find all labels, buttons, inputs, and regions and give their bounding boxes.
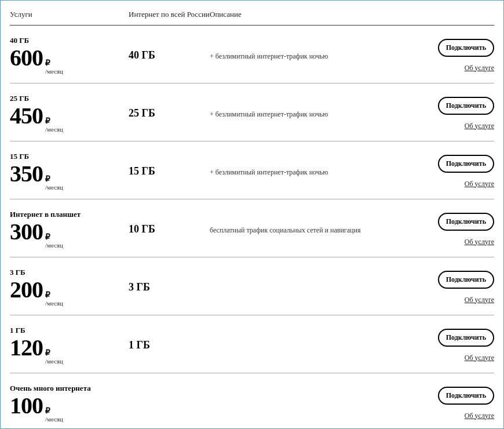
about-service-link[interactable]: Об услуге — [465, 412, 494, 420]
description-text: + безлимитный интернет-трафик ночью — [210, 110, 328, 118]
price-value: 120 — [10, 336, 43, 359]
table-row: 15 ГБ 350 ₽ /месяц 15 ГБ + безлимитный и… — [10, 141, 494, 199]
header-actions — [428, 10, 494, 19]
internet-amount: 15 ГБ — [129, 165, 155, 177]
actions-cell: Подключить Об услуге — [428, 213, 494, 246]
internet-amount: 40 ГБ — [129, 49, 155, 61]
ruble-icon: ₽ — [45, 291, 63, 299]
price-block: 350 ₽ /месяц — [10, 162, 129, 191]
description-cell: бесплатный трафик социальных сетей и нав… — [210, 224, 428, 235]
header-services: Услуги — [10, 10, 129, 19]
connect-button[interactable]: Подключить — [438, 39, 494, 57]
actions-cell: Подключить Об услуге — [428, 155, 494, 188]
about-service-link[interactable]: Об услуге — [465, 238, 494, 246]
connect-button[interactable]: Подключить — [438, 329, 494, 347]
ruble-icon: ₽ — [45, 233, 63, 241]
price-suffix: ₽ /месяц — [45, 291, 63, 307]
connect-button[interactable]: Подключить — [438, 155, 494, 173]
plan-name: 15 ГБ — [10, 152, 129, 161]
plan-cell: Интернет в планшет 300 ₽ /месяц — [10, 210, 129, 249]
ruble-icon: ₽ — [45, 407, 63, 415]
internet-amount: 1 ГБ — [129, 339, 150, 351]
price-value: 450 — [10, 104, 43, 128]
period-label: /месяц — [45, 242, 63, 249]
connect-button[interactable]: Подключить — [438, 97, 494, 115]
about-service-link[interactable]: Об услуге — [465, 296, 494, 304]
price-value: 200 — [10, 278, 43, 301]
price-block: 450 ₽ /месяц — [10, 104, 129, 133]
table-row: Интернет в планшет 300 ₽ /месяц 10 ГБ бе… — [10, 199, 494, 257]
description-text: + безлимитный интернет-трафик ночью — [210, 168, 328, 176]
price-suffix: ₽ /месяц — [45, 349, 63, 365]
description-text: бесплатный трафик социальных сетей и нав… — [210, 226, 360, 234]
connect-button[interactable]: Подключить — [438, 271, 494, 289]
internet-cell: 1 ГБ — [129, 339, 210, 351]
actions-cell: Подключить Об услуге — [428, 387, 494, 420]
plan-name: Интернет в планшет — [10, 210, 129, 219]
header-description: Описание — [210, 10, 428, 19]
price-value: 100 — [10, 394, 43, 417]
price-block: 200 ₽ /месяц — [10, 278, 129, 307]
ruble-icon: ₽ — [45, 349, 63, 357]
ruble-icon: ₽ — [45, 59, 63, 67]
price-suffix: ₽ /месяц — [45, 117, 63, 133]
plan-name: 25 ГБ — [10, 94, 129, 103]
table-row: 25 ГБ 450 ₽ /месяц 25 ГБ + безлимитный и… — [10, 83, 494, 141]
plan-cell: 25 ГБ 450 ₽ /месяц — [10, 94, 129, 133]
period-label: /месяц — [45, 184, 63, 191]
plan-cell: 1 ГБ 120 ₽ /месяц — [10, 326, 129, 365]
table-row: Очень много интернета 100 ₽ /месяц Подкл… — [10, 373, 494, 429]
price-value: 300 — [10, 220, 43, 243]
period-label: /месяц — [45, 126, 63, 133]
plan-name: 40 ГБ — [10, 36, 129, 45]
internet-cell: 10 ГБ — [129, 223, 210, 235]
table-row: 40 ГБ 600 ₽ /месяц 40 ГБ + безлимитный и… — [10, 26, 494, 83]
internet-cell: 40 ГБ — [129, 49, 210, 61]
internet-amount: 3 ГБ — [129, 281, 150, 293]
period-label: /месяц — [45, 416, 63, 423]
price-value: 350 — [10, 162, 43, 186]
period-label: /месяц — [45, 358, 63, 365]
price-suffix: ₽ /месяц — [45, 175, 63, 191]
plan-cell: 40 ГБ 600 ₽ /месяц — [10, 36, 129, 75]
price-value: 600 — [10, 46, 43, 70]
description-cell: + безлимитный интернет-трафик ночью — [210, 166, 428, 177]
description-text: + безлимитный интернет-трафик ночью — [210, 52, 328, 60]
table-row: 3 ГБ 200 ₽ /месяц 3 ГБ Подключить Об усл… — [10, 257, 494, 315]
description-cell: + безлимитный интернет-трафик ночью — [210, 108, 428, 119]
price-block: 300 ₽ /месяц — [10, 220, 129, 249]
connect-button[interactable]: Подключить — [438, 213, 494, 231]
price-suffix: ₽ /месяц — [45, 233, 63, 249]
price-block: 120 ₽ /месяц — [10, 336, 129, 365]
period-label: /месяц — [45, 68, 63, 75]
plan-name: Очень много интернета — [10, 384, 129, 393]
internet-amount: 10 ГБ — [129, 223, 155, 235]
internet-amount: 25 ГБ — [129, 107, 155, 119]
actions-cell: Подключить Об услуге — [428, 97, 494, 130]
plan-cell: 15 ГБ 350 ₽ /месяц — [10, 152, 129, 191]
connect-button[interactable]: Подключить — [438, 387, 494, 405]
plan-name: 1 ГБ — [10, 326, 129, 335]
table-row: 1 ГБ 120 ₽ /месяц 1 ГБ Подключить Об усл… — [10, 315, 494, 373]
table-header: Услуги Интернет по всей России Описание — [10, 8, 494, 26]
plan-cell: Очень много интернета 100 ₽ /месяц — [10, 384, 129, 423]
internet-cell: 25 ГБ — [129, 107, 210, 119]
about-service-link[interactable]: Об услуге — [465, 180, 494, 188]
actions-cell: Подключить Об услуге — [428, 39, 494, 72]
internet-cell: 15 ГБ — [129, 165, 210, 177]
price-suffix: ₽ /месяц — [45, 59, 63, 75]
description-cell: + безлимитный интернет-трафик ночью — [210, 50, 428, 61]
actions-cell: Подключить Об услуге — [428, 271, 494, 304]
internet-cell: 3 ГБ — [129, 281, 210, 293]
plan-cell: 3 ГБ 200 ₽ /месяц — [10, 268, 129, 307]
period-label: /месяц — [45, 300, 63, 307]
about-service-link[interactable]: Об услуге — [465, 354, 494, 362]
price-block: 600 ₽ /месяц — [10, 46, 129, 75]
ruble-icon: ₽ — [45, 175, 63, 183]
about-service-link[interactable]: Об услуге — [465, 122, 494, 130]
ruble-icon: ₽ — [45, 117, 63, 125]
price-block: 100 ₽ /месяц — [10, 394, 129, 423]
actions-cell: Подключить Об услуге — [428, 329, 494, 362]
about-service-link[interactable]: Об услуге — [465, 64, 494, 72]
header-internet: Интернет по всей России — [129, 10, 210, 19]
